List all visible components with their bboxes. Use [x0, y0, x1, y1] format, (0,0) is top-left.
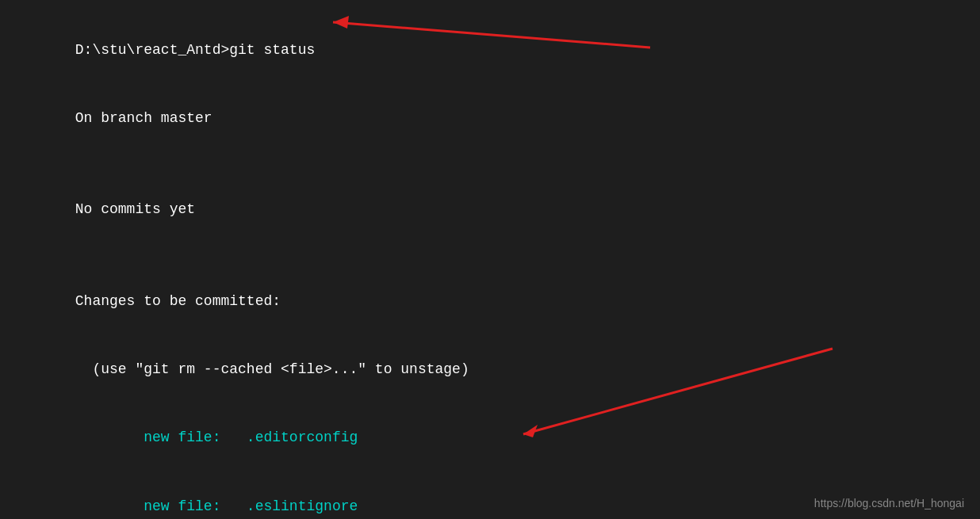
hint-line: (use "git rm --cached <file>..." to unst…: [24, 335, 956, 403]
command-line: D:\stu\react_Antd>git status: [24, 16, 956, 84]
file-label-1: new file:: [75, 429, 247, 445]
no-commits-text: No commits yet: [75, 201, 195, 217]
changes-text: Changes to be committed:: [75, 293, 281, 309]
file-label-2: new file:: [75, 498, 247, 514]
changes-header: Changes to be committed:: [24, 267, 956, 335]
branch-line: On branch master: [24, 84, 956, 152]
terminal-content: D:\stu\react_Antd>git status On branch m…: [24, 16, 956, 519]
watermark: https://blog.csdn.net/H_hongai: [814, 497, 964, 509]
empty-line-1: [24, 153, 956, 176]
terminal-window: D:\stu\react_Antd>git status On branch m…: [0, 0, 980, 519]
command-text: D:\stu\react_Antd>git status: [75, 42, 315, 58]
file-line-1: new file: .editorconfig: [24, 404, 956, 472]
empty-line-2: [24, 244, 956, 267]
no-commits-line: No commits yet: [24, 176, 956, 244]
hint-text: (use "git rm --cached <file>..." to unst…: [75, 361, 469, 377]
branch-text: On branch master: [75, 110, 212, 126]
file-name-2: .eslintignore: [247, 498, 358, 514]
file-name-1: .editorconfig: [247, 429, 358, 445]
file-line-2: new file: .eslintignore: [24, 472, 956, 519]
